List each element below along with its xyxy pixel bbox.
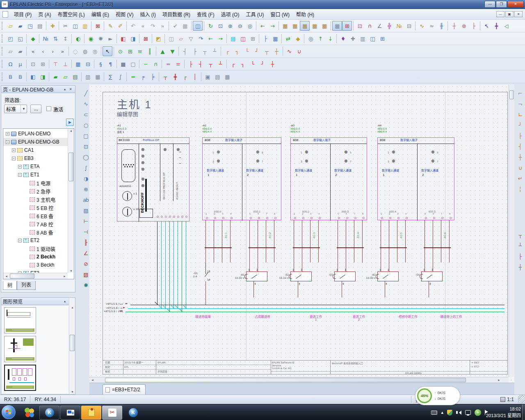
- anchor-button[interactable]: ╋: [491, 21, 501, 31]
- cascade-button[interactable]: ◫: [368, 34, 377, 43]
- expand-icon[interactable]: +: [6, 132, 9, 136]
- page-macro-button[interactable]: ◰: [5, 34, 15, 43]
- renumber-button[interactable]: ⇅: [50, 34, 60, 43]
- stamp-button[interactable]: ⊕: [81, 184, 90, 194]
- corner-bl-button[interactable]: └: [242, 46, 252, 56]
- insert-device-button[interactable]: ⊞: [125, 46, 135, 56]
- busbar-line-button[interactable]: ═: [163, 59, 173, 69]
- tee-left-button[interactable]: ├: [516, 130, 525, 141]
- find-next-button[interactable]: ↓: [325, 34, 335, 43]
- dim-chain-button[interactable]: ⊣: [81, 226, 90, 237]
- preview-thumb-2[interactable]: [4, 336, 36, 362]
- tee-button[interactable]: ┬: [262, 46, 272, 56]
- grid-off-button[interactable]: ▦: [320, 21, 329, 31]
- symbol-dot-button[interactable]: ◌: [70, 46, 80, 56]
- canvas-vertical-scrollbar[interactable]: [509, 84, 514, 377]
- start-button[interactable]: [2, 405, 16, 419]
- symbol-full-button[interactable]: ◎: [90, 46, 100, 56]
- tree-item-ca1[interactable]: +CA1: [3, 146, 68, 154]
- conn-left-button[interactable]: ┤: [180, 46, 190, 56]
- filter-more-button[interactable]: ...: [30, 105, 41, 113]
- prev-button[interactable]: ‹: [38, 46, 48, 56]
- tree-item-et3[interactable]: +ET3: [3, 269, 68, 273]
- keyboard-icon[interactable]: [431, 411, 437, 415]
- conn-up-button[interactable]: ┴: [210, 46, 219, 56]
- move-down-button[interactable]: ▼: [167, 46, 177, 56]
- end-c-button[interactable]: ▦: [222, 72, 232, 82]
- insert-cable-button[interactable]: ≡: [135, 46, 145, 56]
- frame-top-button[interactable]: ╒: [138, 72, 148, 82]
- copy-pages-button[interactable]: ◫: [166, 34, 176, 43]
- cable-line-button[interactable]: ─: [141, 59, 151, 69]
- undo-list-button[interactable]: «: [138, 21, 148, 31]
- tree-item-7-ab-控[interactable]: 7 AB 控: [3, 220, 68, 228]
- zoom-100-button[interactable]: ◎: [245, 21, 255, 31]
- tee-right-button[interactable]: ┤: [516, 141, 525, 152]
- tree-item-2-beckh[interactable]: 2 Beckh: [3, 253, 68, 261]
- last-button[interactable]: »: [57, 46, 67, 56]
- macro-b-button[interactable]: ⊞: [38, 59, 48, 69]
- next-page-button[interactable]: →: [215, 34, 225, 43]
- tile-button[interactable]: ⊞: [377, 34, 387, 43]
- corner-br-button[interactable]: ┘: [252, 46, 262, 56]
- dim-angle-button[interactable]: ∠: [81, 248, 90, 258]
- panel-pin-icon[interactable]: ▴: [62, 299, 68, 304]
- plc-box-button[interactable]: ▦: [73, 59, 83, 69]
- taskbar-explorer-button[interactable]: [60, 406, 80, 420]
- node-right-button[interactable]: ├: [186, 59, 196, 69]
- zoom-out-button[interactable]: ⊖: [235, 21, 245, 31]
- menu-item-2[interactable]: 布置空间 (L): [55, 9, 88, 19]
- symbol-half-button[interactable]: ◍: [80, 46, 90, 56]
- first-button[interactable]: «: [28, 46, 38, 56]
- magnet-button[interactable]: ∩: [365, 21, 374, 31]
- redo-list-button[interactable]: »: [158, 21, 167, 31]
- tee-red-button[interactable]: ┬: [160, 72, 170, 82]
- bend-br-button[interactable]: ┘: [258, 59, 267, 69]
- grid-display-button[interactable]: ▦: [332, 21, 342, 31]
- pages-panel-header[interactable]: 页 - EPLAN-DEMO-GB ▴ ✕: [1, 86, 75, 93]
- terminal-top-button[interactable]: ⊤: [50, 59, 60, 69]
- zoom-window-button[interactable]: ⊡: [215, 21, 225, 31]
- delete-button[interactable]: ⊠: [93, 21, 103, 31]
- find-button[interactable]: ◎: [306, 34, 315, 43]
- corner-tr-button[interactable]: ┐: [232, 46, 242, 56]
- filter-active-checkbox[interactable]: [46, 106, 51, 111]
- canvas-horizontal-scrollbar[interactable]: ◄ ►: [89, 377, 509, 383]
- security-shield-icon[interactable]: [447, 410, 452, 415]
- branch-button[interactable]: ╬: [384, 21, 394, 31]
- layers-button[interactable]: ▥: [358, 34, 368, 43]
- node-cross-button[interactable]: ┼: [267, 59, 277, 69]
- move-up-button[interactable]: ▲: [158, 46, 167, 56]
- center-button[interactable]: ⊕: [459, 21, 469, 31]
- jump-link-button[interactable]: ∪: [294, 46, 304, 56]
- bend-tl-button[interactable]: ┌: [228, 59, 238, 69]
- taskbar-k2-app-button[interactable]: K: [123, 406, 143, 420]
- arc-jump-button[interactable]: ∪: [516, 162, 525, 173]
- snap-grid-button[interactable]: ⊞: [342, 21, 352, 31]
- tree-item-1-驱动装[interactable]: 1 驱动装: [3, 244, 68, 253]
- arc-button[interactable]: ⊂: [81, 109, 90, 120]
- check-project-button[interactable]: ◉: [86, 34, 96, 43]
- terminals-button[interactable]: ⊞: [248, 34, 258, 43]
- node-down-button[interactable]: ┬: [205, 59, 215, 69]
- minimize-button[interactable]: —: [484, 1, 495, 8]
- export-data-button[interactable]: ◐: [73, 34, 83, 43]
- number-pages-button[interactable]: №: [41, 34, 50, 43]
- menu-item-7[interactable]: 查找 (F): [194, 9, 218, 19]
- panel-pin-icon[interactable]: ▴: [62, 87, 68, 92]
- report-button[interactable]: ►: [105, 34, 115, 43]
- grid-xl-button[interactable]: ▦: [310, 21, 320, 31]
- wave-break-button[interactable]: ∿: [284, 46, 294, 56]
- image-button[interactable]: ▧: [81, 205, 90, 216]
- ellipse-button[interactable]: ◯: [81, 152, 90, 162]
- page-left-button[interactable]: ◧: [28, 72, 38, 82]
- spline-button[interactable]: ∫: [81, 162, 90, 173]
- network-icon[interactable]: [465, 410, 471, 415]
- dim-radius-button[interactable]: ⊘: [81, 258, 90, 269]
- menu-item-3[interactable]: 编辑 (E): [88, 9, 112, 19]
- frame-tl-button[interactable]: ⌐: [516, 88, 525, 98]
- tools-set-button[interactable]: ✚: [348, 34, 358, 43]
- preview-panel-header[interactable]: 图形预览 ▴ ✕: [1, 298, 75, 305]
- conn-down-button[interactable]: ┬: [200, 46, 210, 56]
- plugin-button[interactable]: ◆: [28, 34, 38, 43]
